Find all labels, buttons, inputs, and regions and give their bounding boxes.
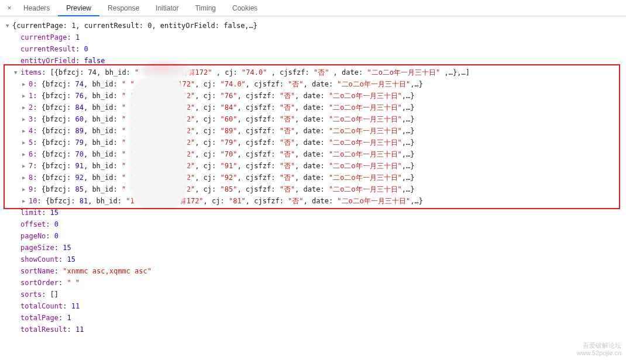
prop-value: 0	[54, 232, 59, 240]
bfzcj-value: 89	[75, 127, 83, 135]
prop-key: showCount	[20, 255, 59, 264]
prop-key: currentPage	[20, 33, 67, 41]
property-row[interactable]: ▶offset: 0	[6, 219, 626, 230]
tree-root[interactable]: ▼ {currentPage: 1, currentResult: 0, ent…	[6, 20, 626, 32]
cj-value: "89"	[221, 127, 238, 135]
property-row[interactable]: ▶totalPage: 1	[6, 312, 626, 324]
date-value: "二o二o年一月三十日"	[329, 162, 402, 170]
bfzcj-value: 81	[80, 197, 88, 205]
cjsfzf-value: "否"	[280, 185, 295, 193]
property-row[interactable]: ▶showCount: 15	[6, 254, 626, 265]
tab-initiator[interactable]: Initiator	[147, 0, 187, 16]
bfzcj-value: 70	[75, 150, 83, 158]
prop-value: 1	[75, 33, 80, 41]
chevron-right-icon[interactable]: ▶	[22, 102, 28, 113]
property-row[interactable]: ▶currentResult: 0	[6, 43, 626, 55]
date-value: "二o二o年一月三十日"	[329, 92, 402, 100]
bfzcj-value: 84	[75, 103, 83, 112]
cjsfzf-value: "否"	[280, 103, 295, 112]
tab-preview[interactable]: Preview	[58, 0, 99, 16]
prop-value: 15	[67, 255, 75, 264]
cjsfzf-value: "否"	[280, 115, 295, 123]
array-item-row[interactable]: ▶0: {bfzcj: 74, bh_id: " ", bj: "计算172",…	[6, 78, 626, 90]
cj-value: "74.0"	[221, 80, 246, 88]
chevron-right-icon[interactable]: ▶	[22, 183, 28, 195]
cj-value: "70"	[221, 150, 238, 158]
prop-value: []	[50, 290, 59, 299]
prop-key: pageSize	[20, 244, 54, 252]
property-row[interactable]: ▶pageNo: 0	[6, 230, 626, 242]
watermark-line1: 吾爱破解论坛	[577, 342, 621, 349]
prop-value: 11	[75, 325, 84, 334]
date-value: "二o二o年一月三十日"	[329, 115, 402, 123]
date-value: "二o二o年一月三十日"	[329, 127, 402, 135]
chevron-right-icon[interactable]: ▶	[22, 137, 28, 148]
array-item-row[interactable]: ▶1: {bfzcj: 76, bh_id: " ", bj: "计算172",…	[6, 90, 626, 102]
date-value: "二o二o年一月三十日"	[329, 138, 402, 147]
tab-cookies[interactable]: Cookies	[224, 0, 266, 16]
chevron-right-icon[interactable]: ▶	[22, 90, 28, 102]
property-row[interactable]: ▶sortName: "xnmmc asc,xqmmc asc"	[6, 265, 626, 277]
property-row[interactable]: ▶sorts: []	[6, 289, 626, 300]
array-item-row[interactable]: ▶9: {bfzcj: 85, bh_id: " ", bj: "计算172",…	[6, 183, 626, 195]
close-icon[interactable]: ×	[4, 4, 15, 12]
chevron-right-icon[interactable]: ▶	[22, 195, 28, 207]
bfzcj-value: 79	[75, 138, 83, 147]
cjsfzf-value: "否"	[288, 197, 303, 205]
property-row[interactable]: ▶totalCount: 11	[6, 300, 626, 312]
array-item-row[interactable]: ▶4: {bfzcj: 89, bh_id: " ", bj: "计算172",…	[6, 125, 626, 137]
prop-key: totalCount	[20, 302, 63, 310]
property-row[interactable]: ▶totalResult: 11	[6, 324, 626, 335]
cj-value: "60"	[221, 115, 238, 123]
array-item-row[interactable]: ▶8: {bfzcj: 92, bh_id: " ", bj: "计算172",…	[6, 172, 626, 183]
property-row[interactable]: ▶sortOrder: " "	[6, 277, 626, 289]
chevron-right-icon[interactable]: ▶	[22, 148, 28, 160]
root-summary: {currentPage: 1, currentResult: 0, entit…	[12, 20, 257, 32]
array-index: 10	[29, 197, 37, 205]
cj-value: "85"	[221, 185, 238, 193]
property-row[interactable]: ▶currentPage: 1	[6, 32, 626, 43]
date-value: "二o二o年一月三十日"	[329, 185, 402, 193]
prop-value: 0	[84, 45, 88, 53]
cjsfzf-value: "否"	[280, 127, 295, 135]
property-row[interactable]: ▶limit: 15	[6, 207, 626, 219]
array-item-row[interactable]: ▶3: {bfzcj: 60, bh_id: " ", bj: "计算172",…	[6, 113, 626, 125]
array-item-row[interactable]: ▶7: {bfzcj: 91, bh_id: " ", bj: "计算172",…	[6, 160, 626, 172]
cjsfzf-value: "否"	[280, 150, 295, 158]
chevron-right-icon[interactable]: ▶	[22, 160, 28, 172]
array-item-row[interactable]: ▶2: {bfzcj: 84, bh_id: " ", bj: "计算172",…	[6, 102, 626, 113]
property-row[interactable]: ▶pageSize: 15	[6, 242, 626, 254]
array-item-row[interactable]: ▶10: {bfzcj: 81, bh_id: "1 ", bj: "计算172…	[6, 195, 626, 207]
chevron-down-icon[interactable]: ▼	[14, 67, 20, 78]
chevron-right-icon[interactable]: ▶	[22, 113, 28, 125]
cj-value: "81"	[229, 197, 246, 205]
bfzcj-value: 91	[75, 162, 83, 170]
chevron-right-icon[interactable]: ▶	[22, 125, 28, 137]
tab-headers[interactable]: Headers	[15, 0, 58, 16]
bfzcj-value: 85	[75, 185, 83, 193]
array-item-row[interactable]: ▶5: {bfzcj: 79, bh_id: " ", bj: "计算172",…	[6, 137, 626, 148]
cj-value: "76"	[221, 92, 238, 100]
prop-key: sortName	[20, 267, 54, 275]
prop-key: pageNo	[20, 232, 46, 240]
cjsfzf-value: "否"	[280, 92, 295, 100]
chevron-right-icon[interactable]: ▶	[22, 78, 28, 90]
items-row[interactable]: ▼ items: [{bfzcj: 74, bh_id: " " , bj: "…	[6, 67, 626, 78]
property-row[interactable]: ▶entityOrField: false	[6, 55, 626, 67]
prop-value: 1	[67, 314, 71, 322]
cjsfzf-value: "否"	[280, 174, 295, 182]
prop-key: items	[20, 68, 42, 77]
date-value: "二o二o年一月三十日"	[329, 174, 402, 182]
array-item-row[interactable]: ▶6: {bfzcj: 70, bh_id: " ", bj: "计算172",…	[6, 148, 626, 160]
tab-timing[interactable]: Timing	[187, 0, 224, 16]
watermark-line2: www.52pojie.cn	[577, 349, 621, 357]
date-value: "二o二o年一月三十日"	[329, 103, 402, 112]
cj-value: "92"	[221, 174, 238, 182]
json-preview: ▼ {currentPage: 1, currentResult: 0, ent…	[0, 16, 626, 335]
tab-response[interactable]: Response	[99, 0, 147, 16]
watermark: 吾爱破解论坛 www.52pojie.cn	[577, 342, 621, 357]
chevron-down-icon[interactable]: ▼	[6, 20, 12, 32]
chevron-right-icon[interactable]: ▶	[22, 172, 28, 183]
prop-value: 0	[54, 220, 59, 228]
prop-key: totalResult	[20, 325, 67, 334]
